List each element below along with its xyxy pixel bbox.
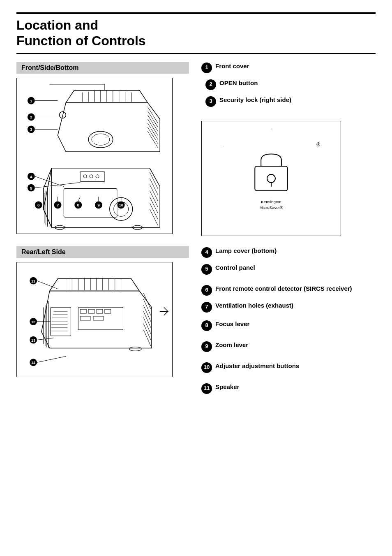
- svg-text:8: 8: [77, 203, 79, 207]
- item-number-1: 1: [201, 63, 212, 73]
- item-text-2: OPEN button: [219, 79, 258, 87]
- front-diagram-svg: 1 2 3: [17, 78, 172, 234]
- item-text-9: Zoom lever: [215, 341, 248, 349]
- item-number-4: 4: [201, 247, 212, 258]
- svg-text:2: 2: [30, 115, 32, 119]
- svg-text:9: 9: [97, 203, 100, 207]
- item-4: 4 Lamp cover (bottom): [201, 247, 376, 258]
- rear-left-diagram: 11 12 13 14: [16, 262, 173, 377]
- svg-text:12: 12: [31, 320, 35, 324]
- svg-rect-105: [80, 316, 90, 320]
- svg-text:Kensington: Kensington: [261, 199, 281, 204]
- item-8: 8 Focus lever: [201, 320, 376, 331]
- svg-line-64: [78, 197, 80, 201]
- svg-point-1: [92, 134, 110, 145]
- item-list: 1 Front cover 2 OPEN button 3 Security l…: [201, 62, 376, 400]
- svg-point-122: [267, 174, 275, 183]
- svg-text:13: 13: [31, 338, 35, 342]
- item-text-7: Ventilation holes (exhaust): [215, 301, 293, 310]
- svg-rect-46: [80, 171, 105, 182]
- item-text-1: Front cover: [215, 62, 249, 70]
- svg-point-48: [90, 175, 93, 178]
- section-header-rear: Rear/Left Side: [16, 246, 189, 258]
- item-number-10: 10: [201, 362, 212, 373]
- item-11: 11 Speaker: [201, 383, 376, 394]
- item-text-6: Front remote control detector (SIRCS rec…: [215, 285, 352, 293]
- title-section: Location and Function of Controls: [16, 12, 376, 54]
- item-text-8: Focus lever: [215, 320, 249, 328]
- svg-rect-30: [64, 188, 117, 217]
- svg-line-4: [148, 115, 158, 131]
- item-10: 10 Adjuster adjustment buttons: [201, 362, 376, 373]
- svg-text:10: 10: [119, 203, 123, 207]
- security-lock-image: , , ® Kensington MicroSaver®: [201, 121, 341, 236]
- item-number-5: 5: [201, 264, 212, 275]
- svg-line-5: [148, 119, 158, 135]
- svg-line-119: [37, 356, 66, 362]
- item-number-9: 9: [201, 341, 212, 352]
- item-7: 7 Ventilation holes (exhaust): [201, 301, 376, 313]
- item-number-8: 8: [201, 320, 212, 331]
- svg-text:11: 11: [31, 279, 35, 283]
- svg-rect-92: [51, 307, 71, 336]
- item-9: 9 Zoom lever: [201, 341, 376, 352]
- item-2: 2 OPEN button: [205, 79, 376, 90]
- item-text-10: Adjuster adjustment buttons: [215, 362, 299, 370]
- page-title: Location and Function of Controls: [16, 17, 376, 49]
- left-column: Front/Side/Bottom: [16, 62, 189, 400]
- item-text-5: Control panel: [215, 264, 255, 272]
- svg-point-49: [96, 175, 99, 178]
- right-column: 1 Front cover 2 OPEN button 3 Security l…: [201, 62, 376, 400]
- svg-rect-100: [78, 307, 123, 330]
- rear-diagram-svg: 11 12 13 14: [17, 262, 172, 377]
- item-3: 3 Security lock (right side): [205, 96, 376, 107]
- item-number-6: 6: [201, 285, 212, 296]
- svg-rect-103: [97, 309, 103, 313]
- svg-rect-104: [105, 309, 111, 313]
- item-number-2: 2: [205, 79, 216, 90]
- item-1: 1 Front cover: [201, 62, 376, 73]
- item-text-3: Security lock (right side): [219, 96, 291, 104]
- svg-line-110: [37, 280, 58, 289]
- svg-text:7: 7: [57, 203, 59, 207]
- svg-text:MicroSaver®: MicroSaver®: [259, 205, 283, 210]
- svg-rect-121: [255, 166, 287, 191]
- svg-rect-102: [88, 309, 95, 313]
- svg-text:3: 3: [30, 127, 32, 132]
- svg-text:5: 5: [30, 185, 32, 190]
- svg-line-7: [148, 127, 158, 144]
- security-svg: Kensington MicroSaver®: [202, 121, 341, 236]
- section-header-front: Front/Side/Bottom: [16, 62, 189, 74]
- svg-line-6: [148, 123, 158, 139]
- svg-text:4: 4: [30, 174, 32, 178]
- item-text-11: Speaker: [215, 383, 239, 391]
- svg-line-8: [148, 131, 158, 148]
- item-5: 5 Control panel: [201, 264, 376, 275]
- svg-line-55: [35, 182, 80, 188]
- item-text-4: Lamp cover (bottom): [215, 247, 277, 255]
- svg-rect-106: [93, 316, 104, 320]
- svg-text:1: 1: [30, 98, 32, 103]
- svg-text:6: 6: [37, 203, 40, 207]
- front-side-diagram: 1 2 3: [16, 78, 173, 234]
- svg-point-47: [83, 175, 87, 178]
- svg-line-3: [148, 111, 158, 127]
- svg-point-107: [129, 347, 141, 351]
- item-number-7: 7: [201, 302, 212, 313]
- item-number-3: 3: [205, 96, 216, 107]
- svg-text:14: 14: [31, 361, 35, 365]
- main-layout: Front/Side/Bottom: [16, 62, 376, 400]
- item-6: 6 Front remote control detector (SIRCS r…: [201, 285, 376, 296]
- item-number-11: 11: [201, 383, 212, 394]
- svg-rect-101: [80, 309, 86, 313]
